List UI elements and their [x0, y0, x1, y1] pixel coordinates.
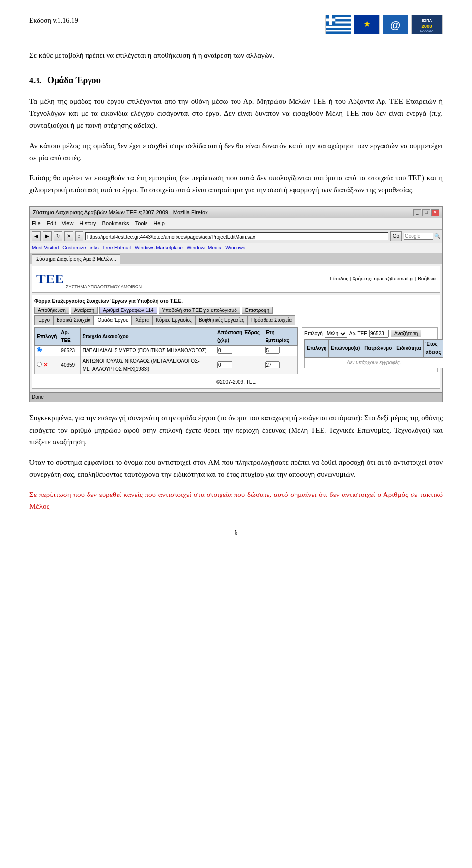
minimize-button[interactable]: _ — [413, 209, 421, 216]
search-button[interactable]: Αναζήτηση — [391, 330, 421, 337]
section-title: Ομάδα Έργου — [47, 73, 101, 88]
main-content: Σε κάθε μεταβολή πρέπει να επιλέγεται η … — [30, 49, 442, 538]
submit-tee-button[interactable]: Υποβολή στο ΤΕΕ για υπολογισμό — [159, 307, 240, 314]
tab-vasika[interactable]: Βασικά Στοιχεία — [53, 315, 94, 325]
members-table: Επιλογή Αρ. ΤΕΕ Στοιχεία Δικαιούχου Απόσ… — [34, 327, 298, 374]
app-content: TEE ΣΥΣΤΗΜΑ ΥΠΟΛΟΓΙΣΜΟΥ ΑΜΟΙΒΩΝ Είσοδος … — [30, 264, 442, 392]
nav-most-visited[interactable]: Most Visited — [32, 244, 59, 252]
tab-xarta[interactable]: Χάρτα — [132, 315, 152, 325]
svg-rect-7 — [326, 28, 351, 30]
tab-ergo[interactable]: Έργο — [34, 315, 53, 325]
svg-rect-6 — [326, 26, 351, 28]
stop-button[interactable]: ✕ — [64, 231, 73, 241]
section-heading: 4.3. Ομάδα Έργου — [30, 73, 442, 88]
row1-radio[interactable] — [35, 345, 59, 356]
tab-kyries[interactable]: Κύριες Εργασίες — [152, 315, 195, 325]
espa-logo: ΕΣΠΑ 2008 ΕΛΛΑΔΑ — [411, 15, 442, 34]
col-epilogi: Επιλογή — [35, 327, 59, 345]
tab-omada[interactable]: Ομάδα Έργου — [94, 315, 132, 325]
app-logo-area: TEE ΣΥΣΤΗΜΑ ΥΠΟΛΟΓΙΣΜΟΥ ΑΜΟΙΒΩΝ — [36, 268, 142, 290]
tab-prostheta[interactable]: Πρόσθετα Στοιχεία — [248, 315, 295, 325]
tab-voithitikes[interactable]: Βοηθητικές Εργασίες — [195, 315, 248, 325]
row2-apostash[interactable] — [215, 356, 263, 374]
close-button[interactable]: ✕ — [431, 209, 439, 216]
svg-text:@: @ — [390, 19, 401, 31]
paragraph-1: Τα μέλη της ομάδας του έργου επιλέγονται… — [30, 95, 442, 132]
search-icon[interactable]: 🔍 — [434, 232, 440, 240]
post-screenshot-para-1: Συγκεκριμένα, για την εισαγωγή συνεργάτη… — [30, 412, 442, 448]
epilogi-select[interactable]: Μέλη — [324, 330, 347, 338]
delete-icon[interactable]: ✕ — [43, 362, 48, 368]
left-panel: Επιλογή Αρ. ΤΕΕ Στοιχεία Δικαιούχου Απόσ… — [34, 327, 298, 376]
search-results-table: Επιλογή Επώνυμο(α) Πατρώνυμο Ειδικότητα … — [304, 339, 443, 368]
right-panel: Επιλογή Μέλη Αρ. ΤΕΕ Αναζήτηση — [300, 327, 438, 376]
nav-hotmail[interactable]: Free Hotmail — [103, 244, 131, 252]
nav-marketplace[interactable]: Windows Marketplace — [135, 244, 183, 252]
browser-nav-bar: Most Visited Customize Links Free Hotmai… — [30, 243, 442, 253]
row1-ar-tee: 96523 — [59, 345, 80, 356]
col2-eponymo: Επώνυμο(α) — [329, 339, 362, 357]
menu-help[interactable]: Help — [153, 219, 165, 228]
search-controls: Επιλογή Μέλη Αρ. ΤΕΕ Αναζήτηση — [304, 330, 435, 338]
paragraph-2: Αν κάποιο μέλος της ομάδας δεν έχει εισα… — [30, 140, 442, 164]
tee-logo: TEE — [36, 268, 64, 290]
nav-windows[interactable]: Windows — [225, 244, 245, 252]
no-records-message: Δεν υπάρχουν εγγραφές. — [305, 357, 443, 368]
refresh-button[interactable]: ↻ — [54, 231, 62, 241]
ar-tee-label: Αρ. ΤΕΕ — [349, 330, 367, 338]
col2-patronymo: Πατρώνυμο — [362, 339, 394, 357]
page-header: Εκδοση v.1.16.19 — [30, 15, 442, 34]
return-button[interactable]: Επιστροφή — [242, 307, 273, 314]
paragraph-3: Επίσης θα πρέπει να εισαχθούν τα έτη εμπ… — [30, 172, 442, 196]
col2-epilogi: Επιλογή — [305, 339, 329, 357]
no-records-row: Δεν υπάρχουν εγγραφές. — [305, 357, 443, 368]
copyright-text: ©2007-2009, ΤΕΕ — [34, 378, 438, 386]
go-button[interactable]: Go — [390, 231, 402, 241]
row2-eti[interactable] — [263, 356, 298, 374]
nav-customize[interactable]: Customize Links — [62, 244, 98, 252]
header-logos: ★ @ ΕΣΠΑ 2008 ΕΛΛΑΔΑ — [325, 15, 442, 34]
nav-media[interactable]: Windows Media — [187, 244, 222, 252]
ar-tee-input[interactable] — [369, 330, 389, 338]
row2-name: ΑΝΤΩΝΟΠΟΥΛΟΣ ΝΙΚΟΛΑΟΣ (ΜΕΤΑΛΛΕΙΟΛΌΓΟΣ-ΜΕ… — [80, 356, 215, 374]
forward-button[interactable]: ▶ — [43, 231, 52, 241]
svg-rect-12 — [326, 19, 335, 22]
back-button[interactable]: ◀ — [32, 231, 41, 241]
row2-radio[interactable]: ✕ — [35, 356, 59, 374]
browser-titlebar: Σύστημα Διαχείρισης Αραββών Μελών ΤΕΕ ε;… — [30, 207, 442, 219]
browser-screenshot: Σύστημα Διαχείρισης Αραββών Μελών ΤΕΕ ε;… — [30, 206, 442, 402]
menu-view[interactable]: View — [62, 219, 74, 228]
records-count-button[interactable]: Αριθμοί Εγγραφών 114 — [99, 307, 157, 314]
address-bar[interactable]: https://iportal-test.tee.gr:4443/totee/a… — [85, 232, 388, 240]
app-subtitle: ΣΥΣΤΗΜΑ ΥΠΟΛΟΓΙΣΜΟΥ ΑΜΟΙΒΩΝ — [66, 284, 142, 290]
page-number: 6 — [30, 527, 442, 538]
version-label: Εκδοση v.1.16.19 — [30, 17, 78, 25]
form-tabs: Έργο Βασικά Στοιχεία Ομάδα Έργου Χάρτα Κ… — [34, 315, 438, 325]
menu-history[interactable]: History — [79, 219, 96, 228]
col-stoixeia: Στοιχεία Δικαιούχου — [80, 327, 215, 345]
row1-eti[interactable] — [263, 345, 298, 356]
user-info: Είσοδος | Χρήστης: npana@teemail.gr | Βο… — [330, 275, 436, 283]
browser-tabs: Σύστημα Διαχείρισης Αμοιβ Μελών... — [30, 253, 442, 264]
svg-rect-8 — [326, 30, 351, 31]
save-button[interactable]: Αποθήκευση — [34, 307, 69, 314]
browser-toolbar: ◀ ▶ ↻ ✕ ⌂ https://iportal-test.tee.gr:44… — [30, 230, 442, 243]
browser-window-controls: _ □ ✕ — [413, 209, 439, 216]
menu-tools[interactable]: Tools — [135, 219, 148, 228]
menu-bookmarks[interactable]: Bookmarks — [102, 219, 129, 228]
epilogi-label: Επιλογή — [304, 330, 323, 338]
col-ar-tee: Αρ. ΤΕΕ — [59, 327, 80, 345]
cancel-button[interactable]: Αναίρεση — [71, 307, 98, 314]
browser-tab-active[interactable]: Σύστημα Διαχείρισης Αμοιβ Μελών... — [32, 254, 120, 264]
menu-file[interactable]: File — [32, 219, 41, 228]
section-number: 4.3. — [30, 74, 41, 87]
menu-edit[interactable]: Edit — [47, 219, 56, 228]
maximize-button[interactable]: □ — [422, 209, 430, 216]
row1-name: ΠΑΠΑΗΛΙΑΔΗΣ ΜΥΡΤΩ (ΠΟΛΙΤΙΚΟΣ ΜΗΧΑΝΟΛΌΓΟΣ… — [80, 345, 215, 356]
row1-apostash[interactable] — [215, 345, 263, 356]
search-panel: Επιλογή Μέλη Αρ. ΤΕΕ Αναζήτηση — [302, 327, 438, 372]
form-buttons-row: Αποθήκευση Αναίρεση Αριθμοί Εγγραφών 114… — [34, 307, 438, 314]
home-button[interactable]: ⌂ — [75, 231, 83, 241]
form-title: Φόρμα Επεξεργασίας Στοιχείων Έργων για Υ… — [34, 297, 438, 305]
search-input[interactable] — [404, 233, 433, 240]
